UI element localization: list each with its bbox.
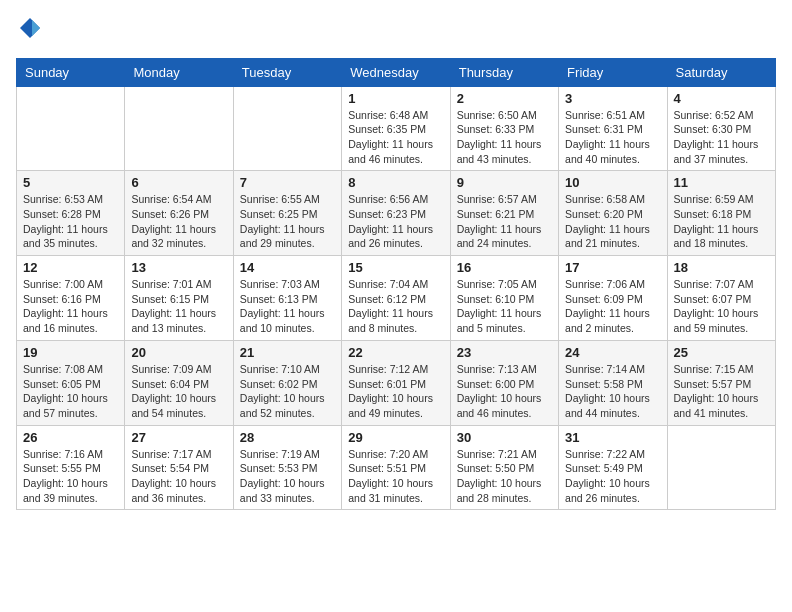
day-number: 30	[457, 430, 552, 445]
day-number: 24	[565, 345, 660, 360]
calendar-day-header: Tuesday	[233, 58, 341, 86]
calendar-cell: 20Sunrise: 7:09 AM Sunset: 6:04 PM Dayli…	[125, 340, 233, 425]
calendar-cell: 5Sunrise: 6:53 AM Sunset: 6:28 PM Daylig…	[17, 171, 125, 256]
calendar-cell: 18Sunrise: 7:07 AM Sunset: 6:07 PM Dayli…	[667, 256, 775, 341]
calendar-cell: 31Sunrise: 7:22 AM Sunset: 5:49 PM Dayli…	[559, 425, 667, 510]
calendar-cell: 16Sunrise: 7:05 AM Sunset: 6:10 PM Dayli…	[450, 256, 558, 341]
calendar-cell: 2Sunrise: 6:50 AM Sunset: 6:33 PM Daylig…	[450, 86, 558, 171]
calendar-header-row: SundayMondayTuesdayWednesdayThursdayFrid…	[17, 58, 776, 86]
day-number: 2	[457, 91, 552, 106]
calendar-day-header: Saturday	[667, 58, 775, 86]
calendar-cell	[17, 86, 125, 171]
day-number: 3	[565, 91, 660, 106]
day-info: Sunrise: 7:15 AM Sunset: 5:57 PM Dayligh…	[674, 362, 769, 421]
day-info: Sunrise: 7:12 AM Sunset: 6:01 PM Dayligh…	[348, 362, 443, 421]
day-info: Sunrise: 6:59 AM Sunset: 6:18 PM Dayligh…	[674, 192, 769, 251]
calendar-cell	[125, 86, 233, 171]
day-info: Sunrise: 7:13 AM Sunset: 6:00 PM Dayligh…	[457, 362, 552, 421]
day-info: Sunrise: 6:52 AM Sunset: 6:30 PM Dayligh…	[674, 108, 769, 167]
day-info: Sunrise: 7:05 AM Sunset: 6:10 PM Dayligh…	[457, 277, 552, 336]
calendar-cell: 24Sunrise: 7:14 AM Sunset: 5:58 PM Dayli…	[559, 340, 667, 425]
day-number: 28	[240, 430, 335, 445]
day-info: Sunrise: 7:16 AM Sunset: 5:55 PM Dayligh…	[23, 447, 118, 506]
calendar-cell	[233, 86, 341, 171]
day-info: Sunrise: 7:07 AM Sunset: 6:07 PM Dayligh…	[674, 277, 769, 336]
day-number: 10	[565, 175, 660, 190]
day-number: 8	[348, 175, 443, 190]
calendar-cell: 28Sunrise: 7:19 AM Sunset: 5:53 PM Dayli…	[233, 425, 341, 510]
logo	[16, 16, 42, 46]
calendar-cell: 25Sunrise: 7:15 AM Sunset: 5:57 PM Dayli…	[667, 340, 775, 425]
day-info: Sunrise: 7:22 AM Sunset: 5:49 PM Dayligh…	[565, 447, 660, 506]
calendar-cell: 23Sunrise: 7:13 AM Sunset: 6:00 PM Dayli…	[450, 340, 558, 425]
day-number: 9	[457, 175, 552, 190]
day-number: 27	[131, 430, 226, 445]
calendar-week-row: 1Sunrise: 6:48 AM Sunset: 6:35 PM Daylig…	[17, 86, 776, 171]
day-info: Sunrise: 7:17 AM Sunset: 5:54 PM Dayligh…	[131, 447, 226, 506]
day-number: 29	[348, 430, 443, 445]
calendar-week-row: 5Sunrise: 6:53 AM Sunset: 6:28 PM Daylig…	[17, 171, 776, 256]
calendar-cell: 22Sunrise: 7:12 AM Sunset: 6:01 PM Dayli…	[342, 340, 450, 425]
calendar-cell: 4Sunrise: 6:52 AM Sunset: 6:30 PM Daylig…	[667, 86, 775, 171]
calendar-table: SundayMondayTuesdayWednesdayThursdayFrid…	[16, 58, 776, 511]
day-info: Sunrise: 7:08 AM Sunset: 6:05 PM Dayligh…	[23, 362, 118, 421]
day-info: Sunrise: 7:06 AM Sunset: 6:09 PM Dayligh…	[565, 277, 660, 336]
day-info: Sunrise: 6:53 AM Sunset: 6:28 PM Dayligh…	[23, 192, 118, 251]
day-number: 16	[457, 260, 552, 275]
day-number: 12	[23, 260, 118, 275]
day-number: 23	[457, 345, 552, 360]
calendar-cell: 14Sunrise: 7:03 AM Sunset: 6:13 PM Dayli…	[233, 256, 341, 341]
day-info: Sunrise: 7:04 AM Sunset: 6:12 PM Dayligh…	[348, 277, 443, 336]
day-number: 11	[674, 175, 769, 190]
day-number: 14	[240, 260, 335, 275]
day-number: 13	[131, 260, 226, 275]
day-number: 5	[23, 175, 118, 190]
svg-marker-1	[32, 20, 40, 36]
day-number: 15	[348, 260, 443, 275]
day-info: Sunrise: 6:58 AM Sunset: 6:20 PM Dayligh…	[565, 192, 660, 251]
day-info: Sunrise: 6:57 AM Sunset: 6:21 PM Dayligh…	[457, 192, 552, 251]
day-number: 22	[348, 345, 443, 360]
calendar-week-row: 26Sunrise: 7:16 AM Sunset: 5:55 PM Dayli…	[17, 425, 776, 510]
day-number: 19	[23, 345, 118, 360]
day-info: Sunrise: 6:54 AM Sunset: 6:26 PM Dayligh…	[131, 192, 226, 251]
day-info: Sunrise: 7:09 AM Sunset: 6:04 PM Dayligh…	[131, 362, 226, 421]
calendar-cell: 6Sunrise: 6:54 AM Sunset: 6:26 PM Daylig…	[125, 171, 233, 256]
calendar-day-header: Thursday	[450, 58, 558, 86]
day-number: 6	[131, 175, 226, 190]
calendar-cell: 19Sunrise: 7:08 AM Sunset: 6:05 PM Dayli…	[17, 340, 125, 425]
calendar-cell: 17Sunrise: 7:06 AM Sunset: 6:09 PM Dayli…	[559, 256, 667, 341]
day-info: Sunrise: 6:51 AM Sunset: 6:31 PM Dayligh…	[565, 108, 660, 167]
page-header	[16, 16, 776, 46]
calendar-cell: 12Sunrise: 7:00 AM Sunset: 6:16 PM Dayli…	[17, 256, 125, 341]
calendar-cell: 21Sunrise: 7:10 AM Sunset: 6:02 PM Dayli…	[233, 340, 341, 425]
calendar-cell	[667, 425, 775, 510]
calendar-day-header: Wednesday	[342, 58, 450, 86]
calendar-cell: 1Sunrise: 6:48 AM Sunset: 6:35 PM Daylig…	[342, 86, 450, 171]
calendar-cell: 3Sunrise: 6:51 AM Sunset: 6:31 PM Daylig…	[559, 86, 667, 171]
day-info: Sunrise: 6:48 AM Sunset: 6:35 PM Dayligh…	[348, 108, 443, 167]
calendar-cell: 9Sunrise: 6:57 AM Sunset: 6:21 PM Daylig…	[450, 171, 558, 256]
calendar-cell: 7Sunrise: 6:55 AM Sunset: 6:25 PM Daylig…	[233, 171, 341, 256]
day-number: 17	[565, 260, 660, 275]
day-number: 4	[674, 91, 769, 106]
day-number: 7	[240, 175, 335, 190]
day-info: Sunrise: 7:21 AM Sunset: 5:50 PM Dayligh…	[457, 447, 552, 506]
day-number: 25	[674, 345, 769, 360]
day-number: 26	[23, 430, 118, 445]
calendar-cell: 10Sunrise: 6:58 AM Sunset: 6:20 PM Dayli…	[559, 171, 667, 256]
day-number: 1	[348, 91, 443, 106]
day-info: Sunrise: 7:00 AM Sunset: 6:16 PM Dayligh…	[23, 277, 118, 336]
calendar-day-header: Monday	[125, 58, 233, 86]
day-info: Sunrise: 7:10 AM Sunset: 6:02 PM Dayligh…	[240, 362, 335, 421]
day-info: Sunrise: 7:03 AM Sunset: 6:13 PM Dayligh…	[240, 277, 335, 336]
calendar-cell: 26Sunrise: 7:16 AM Sunset: 5:55 PM Dayli…	[17, 425, 125, 510]
calendar-cell: 13Sunrise: 7:01 AM Sunset: 6:15 PM Dayli…	[125, 256, 233, 341]
calendar-cell: 27Sunrise: 7:17 AM Sunset: 5:54 PM Dayli…	[125, 425, 233, 510]
day-info: Sunrise: 7:14 AM Sunset: 5:58 PM Dayligh…	[565, 362, 660, 421]
day-info: Sunrise: 7:01 AM Sunset: 6:15 PM Dayligh…	[131, 277, 226, 336]
calendar-cell: 8Sunrise: 6:56 AM Sunset: 6:23 PM Daylig…	[342, 171, 450, 256]
day-info: Sunrise: 6:50 AM Sunset: 6:33 PM Dayligh…	[457, 108, 552, 167]
day-info: Sunrise: 6:56 AM Sunset: 6:23 PM Dayligh…	[348, 192, 443, 251]
calendar-day-header: Friday	[559, 58, 667, 86]
